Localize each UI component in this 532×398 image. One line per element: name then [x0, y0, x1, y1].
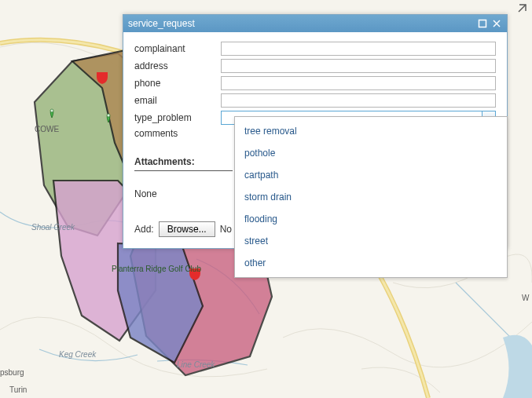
browse-button[interactable]: Browse... [159, 221, 215, 237]
type-problem-label: type_problem [134, 112, 221, 123]
svg-text:COWE: COWE [35, 125, 59, 133]
complainant-label: complainant [134, 43, 221, 54]
list-item[interactable]: street [235, 230, 507, 252]
svg-text:Keg Creek: Keg Creek [59, 350, 97, 359]
email-input[interactable] [221, 93, 496, 108]
list-item[interactable]: pothole [235, 142, 507, 164]
svg-line-11 [519, 5, 526, 12]
svg-rect-12 [479, 20, 486, 27]
list-item[interactable]: cartpath [235, 164, 507, 186]
comments-label: comments [134, 128, 221, 139]
list-item[interactable]: other [235, 252, 507, 274]
svg-text:Line Creek: Line Creek [177, 360, 215, 369]
maximize-icon[interactable] [477, 18, 488, 29]
svg-text:Planterra Ridge Golf Club: Planterra Ridge Golf Club [112, 265, 201, 273]
dialog-title: service_request [128, 15, 474, 32]
file-status: No [220, 224, 232, 235]
address-input[interactable] [221, 59, 496, 73]
close-icon[interactable] [491, 18, 502, 29]
type-problem-dropdown[interactable]: tree removal pothole cartpath storm drai… [234, 116, 508, 278]
svg-point-1 [50, 109, 53, 112]
add-label: Add: [134, 224, 154, 235]
email-label: email [134, 95, 221, 106]
svg-text:W: W [522, 294, 530, 302]
svg-text:psburg: psburg [0, 368, 24, 377]
expand-icon[interactable] [516, 3, 527, 14]
address-label: address [134, 60, 221, 71]
list-item[interactable]: tree removal [235, 120, 507, 142]
svg-text:Shoal Creek: Shoal Creek [31, 223, 75, 232]
attachments-heading: Attachments: [134, 156, 233, 171]
list-item[interactable]: flooding [235, 208, 507, 230]
svg-point-2 [107, 114, 110, 117]
dialog-titlebar[interactable]: service_request [123, 15, 507, 32]
complainant-input[interactable] [221, 42, 496, 56]
svg-text:Turin: Turin [9, 385, 27, 394]
list-item[interactable]: storm drain [235, 186, 507, 208]
phone-input[interactable] [221, 76, 496, 90]
phone-label: phone [134, 78, 221, 89]
